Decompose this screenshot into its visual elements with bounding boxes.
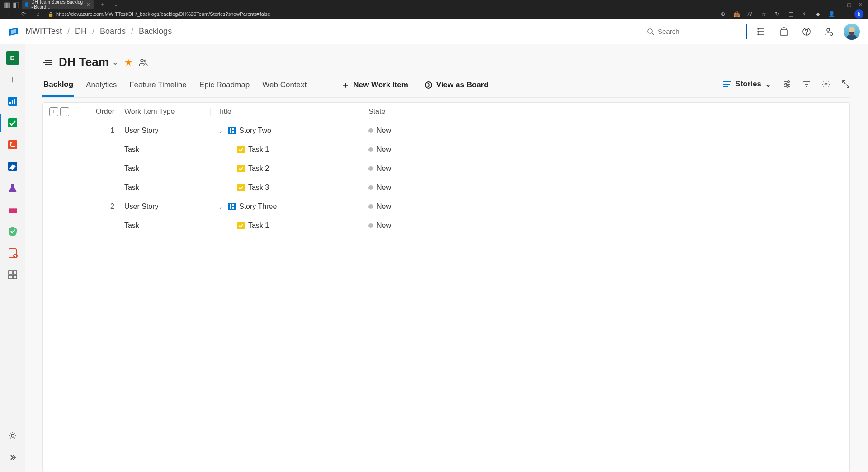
cell-title[interactable]: Task 2 bbox=[210, 165, 346, 173]
rail-settings[interactable] bbox=[4, 427, 22, 445]
settings-icon[interactable] bbox=[822, 80, 830, 88]
sync-icon[interactable]: ↻ bbox=[773, 11, 781, 17]
rail-artifacts[interactable] bbox=[4, 201, 22, 219]
col-header-order[interactable]: Order bbox=[79, 108, 124, 116]
bing-icon[interactable]: b bbox=[854, 9, 863, 19]
rail-expand[interactable] bbox=[4, 448, 22, 467]
tab-web-context[interactable]: Web Context bbox=[261, 77, 307, 96]
new-work-item-button[interactable]: ＋ New Work Item bbox=[339, 76, 411, 97]
more-icon[interactable]: ⋯ bbox=[841, 11, 849, 17]
window-minimize-icon[interactable]: — bbox=[835, 2, 840, 8]
svg-rect-57 bbox=[230, 128, 231, 133]
fullscreen-icon[interactable] bbox=[842, 80, 850, 88]
cell-title[interactable]: Task 3 bbox=[210, 184, 346, 192]
rail-wiki[interactable] bbox=[4, 244, 22, 262]
chevron-down-icon[interactable]: ⌄ bbox=[217, 127, 224, 134]
view-as-board-button[interactable]: View as Board bbox=[422, 77, 491, 96]
url-text: https://dev.azure.com/MWITTest/DH/_backl… bbox=[56, 11, 270, 17]
arrow-circle-icon bbox=[425, 81, 433, 89]
chevron-down-icon[interactable]: ⌄ bbox=[217, 203, 224, 210]
cell-state: New bbox=[368, 165, 441, 173]
new-tab-button[interactable]: ＋ bbox=[97, 0, 108, 9]
tab-chevron-icon[interactable]: ⌄ bbox=[111, 2, 120, 7]
tab-overview-icon[interactable]: ▥ bbox=[4, 1, 10, 8]
rail-compliance[interactable] bbox=[4, 222, 22, 241]
window-maximize-icon[interactable]: ▢ bbox=[847, 2, 851, 8]
svg-rect-22 bbox=[8, 140, 17, 149]
breadcrumb-area[interactable]: Boards bbox=[100, 27, 126, 36]
cell-title[interactable]: Task 1 bbox=[210, 222, 346, 230]
cell-title[interactable]: ⌄Story Three bbox=[210, 203, 346, 211]
rail-pipelines[interactable] bbox=[4, 157, 22, 175]
browser-tab[interactable]: DH Team Stories Backlog - Board… ✕ bbox=[22, 0, 94, 9]
filter-icon[interactable] bbox=[803, 80, 810, 88]
table-row[interactable]: TaskTask 2New bbox=[43, 159, 849, 178]
svg-point-14 bbox=[830, 33, 833, 35]
breadcrumb-page[interactable]: Backlogs bbox=[139, 27, 172, 36]
avatar[interactable] bbox=[844, 24, 860, 40]
cell-title[interactable]: ⌄Story Two bbox=[210, 127, 346, 135]
team-members-icon[interactable] bbox=[139, 58, 148, 66]
more-actions-button[interactable]: ⋮ bbox=[502, 76, 516, 96]
col-header-state[interactable]: State bbox=[368, 108, 441, 116]
team-selector[interactable]: DH Team ⌄ bbox=[59, 55, 118, 69]
favorite-star-icon[interactable]: ★ bbox=[124, 57, 132, 68]
breadcrumb-project[interactable]: DH bbox=[75, 27, 87, 36]
tab-backlog[interactable]: Backlog bbox=[42, 76, 74, 97]
shopping-icon[interactable]: 👜 bbox=[732, 11, 741, 17]
marketplace-icon[interactable] bbox=[776, 24, 792, 40]
table-row[interactable]: 1User Story⌄Story TwoNew bbox=[43, 121, 849, 140]
tab-epic-roadmap[interactable]: Epic Roadmap bbox=[198, 77, 251, 96]
search-box[interactable] bbox=[642, 24, 747, 39]
column-options-icon[interactable] bbox=[783, 80, 791, 88]
tab-sidepane-icon[interactable]: ◧ bbox=[13, 1, 19, 8]
address-bar[interactable]: 🔒 https://dev.azure.com/MWITTest/DH/_bac… bbox=[48, 11, 713, 17]
table-row[interactable]: TaskTask 1New bbox=[43, 216, 849, 235]
breadcrumb-org[interactable]: MWITTest bbox=[25, 27, 62, 36]
left-rail: D ＋ bbox=[0, 44, 25, 472]
tab-feature-timeline[interactable]: Feature Timeline bbox=[128, 77, 188, 96]
svg-rect-61 bbox=[237, 165, 245, 172]
collapse-all-button[interactable]: − bbox=[60, 107, 69, 116]
rail-new-item[interactable]: ＋ bbox=[4, 71, 22, 89]
task-icon bbox=[237, 222, 245, 229]
favorite-icon[interactable]: ☆ bbox=[760, 11, 768, 17]
window-close-icon[interactable]: ✕ bbox=[859, 2, 863, 8]
right-tools: Stories ⌄ bbox=[723, 80, 850, 94]
user-settings-icon[interactable] bbox=[821, 24, 837, 40]
azure-devops-logo[interactable] bbox=[8, 26, 19, 37]
table-row[interactable]: TaskTask 3New bbox=[43, 178, 849, 197]
col-header-title[interactable]: Title bbox=[210, 108, 346, 116]
backlog-level-dropdown[interactable]: Stories ⌄ bbox=[723, 80, 771, 89]
col-header-type[interactable]: Work Item Type bbox=[124, 108, 210, 116]
work-items-icon[interactable] bbox=[753, 24, 769, 40]
rail-repos[interactable] bbox=[4, 136, 22, 154]
split-icon[interactable]: ◫ bbox=[787, 11, 795, 17]
expand-all-button[interactable]: + bbox=[49, 107, 58, 116]
nav-back-icon[interactable]: ← bbox=[5, 11, 14, 17]
read-aloud-icon[interactable]: A⁾ bbox=[746, 11, 754, 17]
project-badge[interactable]: D bbox=[4, 49, 22, 67]
rail-overview[interactable] bbox=[4, 92, 22, 110]
state-dot-icon bbox=[368, 185, 373, 190]
collections-icon[interactable]: ✧ bbox=[800, 11, 808, 17]
task-icon bbox=[237, 146, 245, 153]
tab-close-icon[interactable]: ✕ bbox=[86, 2, 90, 8]
profile-icon[interactable]: 👤 bbox=[827, 11, 835, 17]
nav-home-icon[interactable]: ⌂ bbox=[33, 11, 42, 17]
nav-refresh-icon[interactable]: ⟳ bbox=[19, 11, 28, 17]
cell-order: 1 bbox=[79, 127, 124, 135]
cell-title[interactable]: Task 1 bbox=[210, 146, 346, 154]
table-row[interactable]: 2User Story⌄Story ThreeNew bbox=[43, 197, 849, 216]
tab-analytics[interactable]: Analytics bbox=[85, 77, 118, 96]
search-input[interactable] bbox=[658, 28, 744, 35]
zoom-icon[interactable]: ⊕ bbox=[719, 11, 727, 17]
help-icon[interactable] bbox=[798, 24, 815, 40]
rail-dashboard[interactable] bbox=[4, 266, 22, 284]
rail-testplans[interactable] bbox=[4, 179, 22, 197]
toggle-panel-icon[interactable] bbox=[42, 57, 52, 67]
extension1-icon[interactable]: ◆ bbox=[814, 11, 822, 17]
rail-boards[interactable] bbox=[4, 114, 22, 132]
browser-tab-title: DH Team Stories Backlog - Board… bbox=[31, 0, 84, 9]
table-row[interactable]: TaskTask 1New bbox=[43, 140, 849, 159]
